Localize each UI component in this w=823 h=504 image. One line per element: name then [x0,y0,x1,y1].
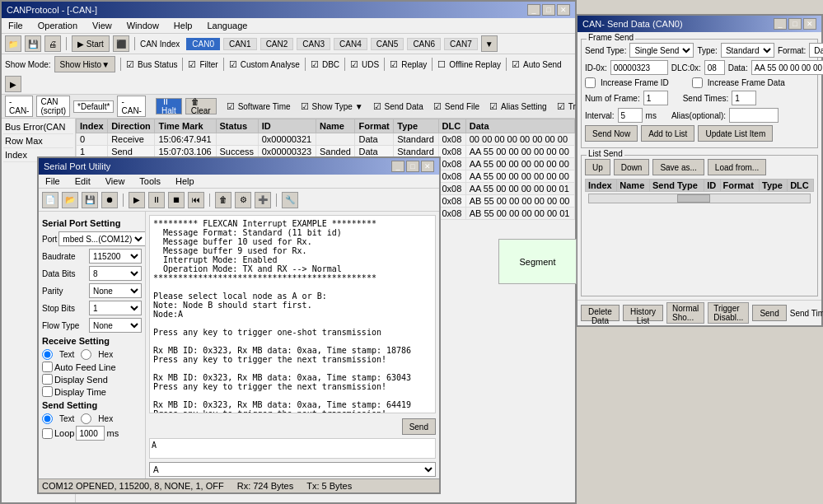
port-select[interactable]: mbed S...(COM12) [58,231,146,246]
serial-restore[interactable]: □ [406,161,419,172]
clear-button[interactable]: 🗑 Clear [185,98,217,114]
close-button[interactable]: ✕ [557,4,570,16]
serial-open-icon[interactable]: 📂 [62,192,78,208]
stop-icon[interactable]: ⬛ [113,35,129,52]
serial-close[interactable]: ✕ [421,161,434,172]
serial-send-button[interactable]: Send [402,418,436,435]
loop-value[interactable] [76,426,105,441]
serial-new-icon[interactable]: 📄 [42,192,58,208]
alias-input[interactable] [729,108,779,123]
format-select[interactable]: Data [809,43,823,58]
data-input[interactable] [751,60,823,75]
can-tab-can5[interactable]: CAN5 [371,38,404,50]
arrow-icon[interactable]: ▶ [5,76,21,92]
can-tab-can0[interactable]: CAN0 [186,38,220,50]
display-time-check[interactable] [42,386,53,397]
serial-pause-icon[interactable]: ⏸ [148,192,165,208]
serial-settings-icon[interactable]: ⚙ [235,192,251,208]
menu-view[interactable]: View [89,20,115,31]
minimize-button[interactable]: _ [527,4,540,16]
serial-menu-tools[interactable]: Tools [136,175,164,187]
serial-rewind-icon[interactable]: ⏮ [188,192,204,208]
history-list-button[interactable]: History List [623,305,663,321]
interval-input[interactable] [618,108,643,123]
menu-help[interactable]: Help [171,20,196,31]
serial-minimize[interactable]: _ [391,161,404,172]
recv-hex-radio[interactable] [81,349,91,360]
flowtype-select[interactable]: None [89,318,142,333]
script-dropdown[interactable]: CAN (script) [36,96,70,117]
frame-send-section: Frame Send Send Type: Single Send Type: … [581,39,818,148]
delete-data-button[interactable]: Delete Data [581,305,620,321]
update-list-item-button[interactable]: Update List Item [698,125,773,142]
up-button[interactable]: Up [585,159,610,175]
serial-menu-help[interactable]: Help [172,175,198,187]
expand-icon[interactable]: ▼ [481,35,498,52]
send-button[interactable]: Send [752,305,786,321]
can-tab-can6[interactable]: CAN6 [407,38,441,50]
serial-cmd-dropdown[interactable]: A [149,462,436,477]
load-from-button[interactable]: Load from... [708,159,766,175]
num-frame-input[interactable] [643,91,668,105]
start-button[interactable]: ▶ Start [72,35,110,52]
menu-language[interactable]: Language [203,20,250,31]
send-text-radio[interactable] [42,413,53,424]
dlc-input[interactable] [704,60,725,75]
menu-file[interactable]: File [5,20,26,31]
menu-window[interactable]: Window [124,20,162,31]
serial-clear-icon[interactable]: 🗑 [215,192,231,208]
can-send-restore[interactable]: □ [788,18,802,30]
can-tab-can7[interactable]: CAN7 [444,38,478,50]
auto-feed-check[interactable] [42,362,53,372]
toolbar-icon-2[interactable]: 💾 [25,35,41,52]
baudrate-select[interactable]: 115200 [89,249,142,264]
halt-button[interactable]: ⏸ Halt [156,98,182,114]
can-dropdown-2[interactable]: -CAN- [117,96,145,117]
can-tab-can2[interactable]: CAN2 [260,38,294,50]
serial-add-icon[interactable]: ➕ [255,192,271,208]
list-send-table: Index Name Send Type ID Format Type DLC [585,179,814,192]
increase-frame-data-check[interactable] [692,77,703,88]
serial-menu-edit[interactable]: Edit [72,175,94,187]
send-type-select[interactable]: Single Send [629,43,694,58]
can-send-minimize[interactable]: _ [774,18,787,30]
list-scrollbar[interactable] [588,194,811,203]
down-button[interactable]: Down [614,159,650,175]
databits-select[interactable]: 8 [89,266,142,281]
can-tab-can1[interactable]: CAN1 [223,38,257,50]
serial-menu-view[interactable]: View [102,175,129,187]
toolbar-icon-3[interactable]: 🖨 [44,35,61,52]
loop-check[interactable] [42,428,53,439]
save-as-button[interactable]: Save as... [652,159,704,175]
serial-record-icon[interactable]: ⏺ [101,192,118,208]
can-tab-can3[interactable]: CAN3 [297,38,330,50]
restore-button[interactable]: □ [542,4,555,16]
type-select[interactable]: Standard [721,43,774,58]
send-hex-radio[interactable] [81,413,91,424]
stopbits-select[interactable]: 1 [89,301,142,315]
flowtype-row: Flow Type None [42,318,142,333]
can-tab-can4[interactable]: CAN4 [334,38,367,50]
can-send-close[interactable]: ✕ [803,18,816,30]
id-input[interactable] [610,60,668,75]
increase-frame-id-check[interactable] [585,77,596,88]
display-send-check[interactable] [42,374,53,385]
serial-menu-file[interactable]: File [42,175,63,187]
table-row[interactable]: 0 Receive 15:06:47.941 0x00000321 Data S… [77,133,575,146]
menu-operation[interactable]: Operation [35,20,81,31]
serial-stop-icon[interactable]: ⏹ [168,192,185,208]
send-now-button[interactable]: Send Now [585,125,638,142]
serial-input-field[interactable]: A [149,438,436,459]
send-times-input-top[interactable] [732,91,756,105]
serial-save-icon[interactable]: 💾 [82,192,98,208]
show-mode-btn[interactable]: Show Histo▼ [54,56,115,72]
databits-label: Data Bits [42,269,87,278]
parity-select[interactable]: None [89,283,142,298]
add-to-list-button[interactable]: Add to List [641,125,694,142]
toolbar-icon-1[interactable]: 📁 [5,35,21,52]
recv-text-radio[interactable] [42,349,53,360]
serial-play-icon[interactable]: ▶ [129,192,145,208]
default-dropdown[interactable]: *Default* [73,100,114,113]
serial-gear-icon[interactable]: 🔧 [282,192,298,208]
can-dropdown-1[interactable]: -CAN- [5,96,33,117]
